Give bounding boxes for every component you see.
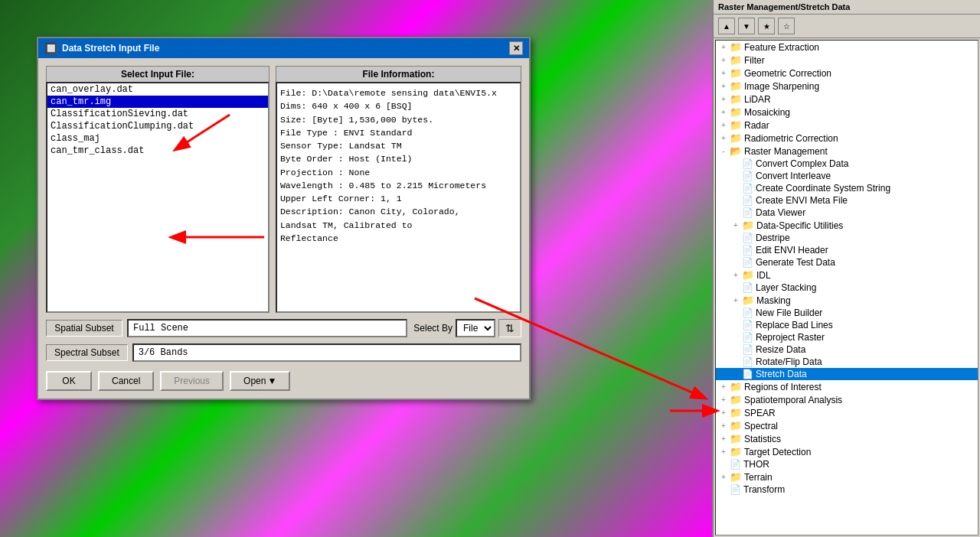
tree-item[interactable]: +📁Data-Specific Utilities [716, 219, 978, 232]
tree-item-label: Rotate/Flip Data [756, 356, 822, 367]
expand-icon: + [717, 408, 730, 417]
tree-item[interactable]: +📁Spatiotemporal Analysis [716, 393, 978, 406]
tree-item-label: Regions of Interest [744, 382, 822, 392]
open-button[interactable]: Open ▼ [230, 371, 290, 391]
tree-item[interactable]: +📁Terrain [716, 470, 978, 483]
spectral-subset-value[interactable] [132, 343, 521, 362]
doc-icon: 📄 [742, 369, 753, 379]
dialog: 🔲 Data Stretch Input File ✕ Select Input… [37, 37, 531, 400]
folder-icon: 📁 [730, 80, 742, 92]
tree-item[interactable]: 📄Create Coordinate System String [716, 182, 978, 194]
dialog-titlebar: 🔲 Data Stretch Input File ✕ [38, 38, 529, 58]
expand-icon: + [730, 271, 742, 279]
tree-item[interactable]: 📄Stretch Data [716, 368, 978, 380]
tree-item-label: Reproject Raster [756, 332, 825, 343]
folder-icon: 📁 [742, 220, 754, 231]
file-info-line: Description: Canon City, Colorado, [280, 205, 517, 218]
expand-icon: + [717, 121, 730, 129]
doc-icon: 📄 [730, 459, 741, 470]
swap-button[interactable]: ⇅ [498, 319, 521, 337]
toolbar-star-btn[interactable]: ★ [758, 18, 775, 34]
expand-icon: + [717, 82, 730, 90]
dialog-title-icon: 🔲 [44, 42, 57, 54]
select-by-dropdown[interactable]: File [456, 319, 495, 337]
close-button[interactable]: ✕ [509, 41, 523, 55]
tree-item[interactable]: +📁SPEAR [716, 406, 978, 419]
tree-item[interactable]: +📁Radar [716, 119, 978, 132]
tree-item[interactable]: 📄Transform [716, 483, 978, 496]
file-list-item[interactable]: ClassificationClumping.dat [47, 120, 268, 132]
file-list-box[interactable]: can_overlay.datcan_tmr.imgClassification… [46, 82, 270, 313]
expand-icon: + [717, 434, 730, 443]
tree-item-label: Resize Data [756, 344, 805, 355]
tree-item[interactable]: +📁Masking [716, 294, 978, 307]
expand-icon: + [717, 43, 730, 51]
folder-icon: 📁 [730, 93, 742, 105]
tree-item[interactable]: +📁Feature Extraction [716, 41, 978, 54]
tree-item[interactable]: 📄Edit ENVI Header [716, 244, 978, 256]
tree-item[interactable]: 📄Data Viewer [716, 207, 978, 219]
tree-item[interactable]: +📁Radiometric Correction [716, 132, 978, 145]
file-panels: Select Input File: can_overlay.datcan_tm… [46, 66, 521, 313]
file-info-panel: File Information: File: D:\Data\remote s… [276, 66, 521, 313]
tree-item[interactable]: 📄Convert Interleave [716, 170, 978, 182]
tree-container[interactable]: +📁Feature Extraction+📁Filter+📁Geometric … [715, 40, 978, 535]
file-info-box: File: D:\Data\remote sensing data\ENVI5.… [276, 82, 521, 313]
tree-item[interactable]: +📁Target Detection [716, 445, 978, 458]
toolbar-up-btn[interactable]: ▲ [718, 18, 735, 34]
bottom-buttons: OK Cancel Previous Open ▼ [46, 371, 521, 391]
file-info-line: File: D:\Data\remote sensing data\ENVI5.… [280, 86, 517, 99]
expand-icon: + [717, 473, 730, 481]
tree-item[interactable]: +📁Spectral [716, 419, 978, 432]
tree-item[interactable]: 📄Reproject Raster [716, 331, 978, 343]
tree-item-label: Image Sharpening [744, 81, 819, 92]
tree-item[interactable]: +📁Mosaicking [716, 106, 978, 119]
tree-item-label: Convert Complex Data [756, 158, 848, 169]
expand-icon: + [730, 296, 742, 304]
spectral-subset-button[interactable]: Spectral Subset [46, 344, 128, 361]
tree-item[interactable]: +📁Filter [716, 54, 978, 67]
file-list-item[interactable]: can_tmr_class.dat [47, 145, 268, 157]
tree-item[interactable]: +📁IDL [716, 268, 978, 282]
tree-item[interactable]: 📄Resize Data [716, 343, 978, 356]
tree-item[interactable]: +📁Statistics [716, 432, 978, 445]
toolbar-down-btn[interactable]: ▼ [738, 18, 755, 34]
tree-item[interactable]: -📂Raster Management [716, 145, 978, 158]
tree-item[interactable]: 📄Replace Bad Lines [716, 319, 978, 331]
tree-item[interactable]: 📄Rotate/Flip Data [716, 356, 978, 368]
tree-item[interactable]: +📁Image Sharpening [716, 80, 978, 93]
doc-icon: 📄 [742, 308, 753, 318]
doc-icon: 📄 [742, 320, 753, 330]
tree-item[interactable]: 📄New File Builder [716, 307, 978, 319]
tree-item[interactable]: 📄Convert Complex Data [716, 158, 978, 170]
file-info-line: Sensor Type: Landsat TM [280, 139, 517, 152]
folder-icon: 📁 [730, 420, 742, 431]
tree-item[interactable]: 📄Create ENVI Meta File [716, 194, 978, 207]
cancel-button[interactable]: Cancel [98, 371, 154, 391]
spatial-subset-button[interactable]: Spatial Subset [46, 320, 122, 337]
ok-button[interactable]: OK [46, 371, 92, 391]
tree-item[interactable]: 📄Destripe [716, 232, 978, 244]
file-list-item[interactable]: can_overlay.dat [47, 83, 268, 96]
file-list-item[interactable]: can_tmr.img [47, 96, 268, 108]
toolbar-star2-btn[interactable]: ☆ [778, 18, 795, 34]
tree-item[interactable]: 📄Layer Stacking [716, 282, 978, 294]
file-list-panel: Select Input File: can_overlay.datcan_tm… [46, 66, 270, 313]
spatial-subset-value[interactable] [127, 319, 407, 337]
file-list-item[interactable]: class_maj [47, 132, 268, 145]
tree-item[interactable]: +📁Regions of Interest [716, 380, 978, 393]
tree-item[interactable]: +📁LiDAR [716, 93, 978, 106]
previous-button[interactable]: Previous [160, 371, 224, 391]
tree-item[interactable]: +📁Geometric Correction [716, 67, 978, 80]
spatial-subset-row: Spatial Subset [46, 319, 407, 337]
tree-item-label: Convert Interleave [756, 171, 831, 181]
tree-item-label: Data-Specific Utilities [756, 220, 843, 231]
expand-icon: + [717, 382, 730, 391]
file-list-item[interactable]: ClassificationSieving.dat [47, 108, 268, 120]
tree-item-label: SPEAR [744, 408, 776, 418]
doc-icon: 📄 [742, 233, 753, 243]
tree-item[interactable]: 📄THOR [716, 458, 978, 470]
tree-item[interactable]: 📄Generate Test Data [716, 256, 978, 268]
doc-icon: 📄 [742, 158, 753, 169]
folder-icon: 📁 [730, 106, 742, 118]
